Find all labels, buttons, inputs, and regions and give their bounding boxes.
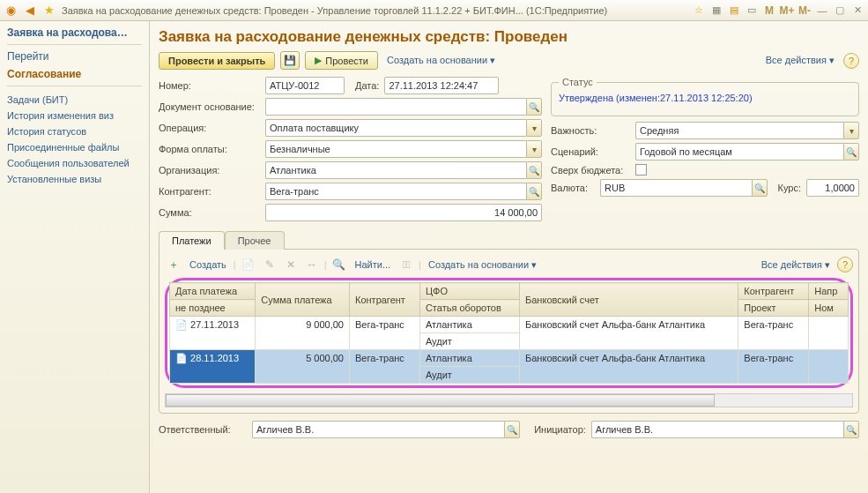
lookup-icon[interactable]: 🔍 bbox=[752, 179, 768, 197]
sidebar-link[interactable]: Задачи (БИТ) bbox=[7, 92, 142, 108]
scenario-field[interactable]: Годовой по месяцам bbox=[635, 143, 843, 161]
col-turnover[interactable]: Статья оборотов bbox=[419, 300, 519, 317]
tabpane-payments: ＋ Создать | 📄 ✎ ✕ ↔ | 🔍 Найти... 🔍⃠ | Со… bbox=[159, 249, 859, 414]
operation-field[interactable]: Оплата поставщику bbox=[265, 119, 526, 137]
sidebar: Заявка на расходова… Перейти Согласовани… bbox=[0, 21, 150, 493]
lookup-icon[interactable]: 🔍 bbox=[504, 421, 520, 438]
lookup-icon[interactable]: 🔍 bbox=[526, 161, 542, 179]
grid-create-button[interactable]: Создать bbox=[186, 259, 230, 270]
label-sum: Сумма: bbox=[159, 207, 260, 218]
label-org: Организация: bbox=[159, 165, 260, 176]
status-link[interactable]: Утверждена (изменен:27.11.2013 12:25:20) bbox=[559, 93, 753, 103]
col-cp[interactable]: Контрагент bbox=[350, 283, 420, 317]
calc-icon[interactable]: ▤ bbox=[727, 4, 741, 18]
status-legend: Статус bbox=[559, 77, 597, 87]
table-row[interactable]: 📄 27.11.20139 000,00Вега-трансАтлантикаБ… bbox=[170, 317, 849, 333]
add-icon[interactable]: ＋ bbox=[165, 257, 182, 273]
dropdown-icon[interactable]: ▾ bbox=[526, 119, 542, 137]
dropdown-icon[interactable]: ▾ bbox=[526, 140, 542, 158]
sidebar-link[interactable]: История статусов bbox=[7, 123, 142, 139]
m-plus-button[interactable]: M+ bbox=[780, 4, 794, 18]
col-cp2[interactable]: Контрагент bbox=[738, 283, 809, 300]
number-field[interactable]: АТЦУ-0012 bbox=[265, 77, 345, 94]
m-minus-button[interactable]: M- bbox=[798, 4, 812, 18]
help-icon[interactable]: ? bbox=[843, 53, 859, 69]
label-currency: Валюта: bbox=[551, 183, 595, 193]
label-number: Номер: bbox=[159, 80, 260, 91]
payform-field[interactable]: Безналичные bbox=[265, 140, 526, 158]
lookup-icon[interactable]: 🔍 bbox=[843, 143, 859, 161]
org-field[interactable]: Атлантика bbox=[265, 161, 526, 179]
m-button[interactable]: M bbox=[762, 4, 776, 18]
col-bank[interactable]: Банковский счет bbox=[520, 283, 738, 317]
overbudget-checkbox[interactable] bbox=[635, 164, 647, 176]
label-responsible: Ответственный: bbox=[159, 424, 247, 435]
label-payform: Форма оплаты: bbox=[159, 144, 260, 154]
edit-icon[interactable]: ✎ bbox=[261, 257, 278, 273]
importance-field[interactable]: Средняя bbox=[635, 122, 843, 139]
all-actions-menu[interactable]: Все действия ▾ bbox=[762, 55, 838, 66]
horizontal-scrollbar[interactable] bbox=[165, 393, 853, 407]
sum-field[interactable]: 14 000,00 bbox=[265, 204, 542, 221]
grid-all-actions-menu[interactable]: Все действия ▾ bbox=[758, 259, 834, 271]
label-importance: Важность: bbox=[551, 125, 630, 136]
post-button[interactable]: ▶Провести bbox=[305, 51, 378, 70]
delete-icon[interactable]: ✕ bbox=[282, 257, 300, 273]
responsible-field[interactable]: Агличев В.В. bbox=[252, 421, 504, 438]
lookup-icon[interactable]: 🔍 bbox=[843, 421, 859, 438]
col-sum[interactable]: Сумма платежа bbox=[256, 283, 350, 317]
label-operation: Операция: bbox=[159, 123, 260, 133]
close-icon[interactable]: ✕ bbox=[850, 4, 864, 18]
status-group: Статус Утверждена (изменен:27.11.2013 12… bbox=[551, 77, 859, 116]
col-date2[interactable]: не позднее bbox=[170, 300, 256, 317]
clear-search-icon[interactable]: 🔍⃠ bbox=[397, 257, 415, 273]
sidebar-link[interactable]: Установленные визы bbox=[7, 171, 142, 187]
label-basis: Документ основание: bbox=[159, 101, 260, 112]
rate-field[interactable]: 1,0000 bbox=[806, 179, 859, 197]
date-field[interactable]: 27.11.2013 12:24:47 bbox=[384, 77, 499, 94]
search-icon[interactable]: 🔍 bbox=[330, 257, 348, 273]
sidebar-link[interactable]: Присоединенные файлы bbox=[7, 139, 142, 155]
col-project[interactable]: Проект bbox=[738, 300, 809, 317]
sidebar-doc-tab[interactable]: Заявка на расходова… bbox=[7, 26, 142, 39]
col-dir[interactable]: Напр bbox=[809, 283, 849, 300]
restore-icon[interactable]: ▢ bbox=[833, 4, 847, 18]
copy-icon[interactable]: 📄 bbox=[240, 257, 257, 273]
table-row[interactable]: 📄 28.11.20135 000,00Вега-трансАтлантикаБ… bbox=[170, 350, 849, 367]
sidebar-link[interactable]: Сообщения пользователей bbox=[7, 155, 142, 171]
save-icon: 💾 bbox=[284, 55, 296, 66]
post-icon: ▶ bbox=[315, 55, 322, 66]
lookup-icon[interactable]: 🔍 bbox=[526, 98, 542, 116]
app-icon: ◉ bbox=[4, 4, 18, 18]
currency-field[interactable]: RUB bbox=[600, 179, 752, 197]
calendar-icon[interactable]: ▭ bbox=[745, 4, 759, 18]
grid-find-button[interactable]: Найти... bbox=[352, 259, 395, 270]
col-cfo[interactable]: ЦФО bbox=[419, 283, 519, 300]
tab-payments[interactable]: Платежи bbox=[159, 231, 225, 250]
fav-icon[interactable]: ★ bbox=[42, 4, 56, 18]
create-based-menu[interactable]: Создать на основании ▾ bbox=[383, 55, 499, 66]
dropdown-icon[interactable]: ▾ bbox=[843, 122, 859, 139]
payments-grid[interactable]: Дата платежа Сумма платежа Контрагент ЦФ… bbox=[169, 282, 849, 384]
star-icon[interactable]: ☆ bbox=[692, 4, 706, 18]
page-title: Заявка на расходование денежных средств:… bbox=[159, 28, 859, 46]
sidebar-nav-goto[interactable]: Перейти bbox=[7, 50, 142, 63]
counterparty-field[interactable]: Вега-транс bbox=[265, 183, 526, 200]
grid-create-based-menu[interactable]: Создать на основании ▾ bbox=[425, 259, 540, 271]
sidebar-link[interactable]: История изменения виз bbox=[7, 108, 142, 123]
post-and-close-button[interactable]: Провести и закрыть bbox=[159, 52, 275, 70]
refresh-icon[interactable]: ↔ bbox=[303, 257, 321, 273]
save-button[interactable]: 💾 bbox=[280, 51, 300, 70]
basis-field[interactable] bbox=[265, 98, 526, 116]
col-num[interactable]: Ном bbox=[809, 300, 849, 317]
tab-other[interactable]: Прочее bbox=[225, 231, 285, 250]
back-icon[interactable]: ◀ bbox=[23, 4, 37, 18]
label-overbudget: Сверх бюджета: bbox=[551, 165, 630, 176]
initiator-field[interactable]: Агличев В.В. bbox=[591, 421, 843, 438]
grid-icon[interactable]: ▦ bbox=[709, 4, 723, 18]
lookup-icon[interactable]: 🔍 bbox=[526, 183, 542, 200]
col-date[interactable]: Дата платежа bbox=[170, 283, 256, 300]
minimize-icon[interactable]: — bbox=[815, 4, 829, 18]
grid-help-icon[interactable]: ? bbox=[837, 257, 853, 273]
sidebar-nav-approval[interactable]: Согласование bbox=[7, 68, 142, 86]
